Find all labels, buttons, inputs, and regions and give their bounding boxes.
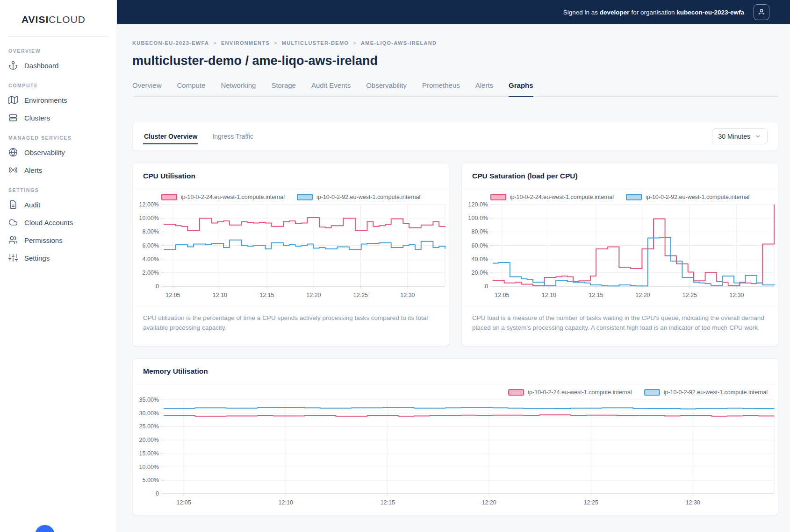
sidebar-item-alerts[interactable]: Alerts [0, 161, 116, 179]
svg-text:10.00%: 10.00% [139, 463, 159, 470]
svg-text:12:30: 12:30 [729, 292, 744, 298]
svg-text:12:05: 12:05 [165, 292, 180, 298]
legend-swatch [297, 194, 313, 200]
tab-prometheus[interactable]: Prometheus [422, 81, 460, 96]
main-area: Signed in as developer for organisation … [117, 0, 790, 532]
legend-label: ip-10-0-2-92.eu-west-1.compute.internal [316, 194, 420, 200]
graphs-toolbar: Cluster Overview Ingress Traffic 30 Minu… [132, 122, 778, 151]
sidebar-item-observability[interactable]: Observability [0, 143, 116, 161]
breadcrumb-cluster[interactable]: AME-LIQO-AWS-IRELAND [361, 40, 437, 46]
legend-swatch [161, 194, 177, 200]
subtab-cluster-overview[interactable]: Cluster Overview [143, 123, 198, 150]
broadcast-icon [8, 165, 18, 175]
tab-networking[interactable]: Networking [221, 81, 256, 96]
chart-legend: ip-10-0-2-24.eu-west-1.compute.internali… [133, 384, 778, 397]
cloud-icon [8, 218, 18, 227]
svg-text:25.00%: 25.00% [139, 423, 159, 430]
svg-text:12:05: 12:05 [176, 499, 191, 506]
svg-text:20.00%: 20.00% [139, 437, 159, 443]
content: KUBECON-EU-2023-EWFA> ENVIRONMENTS> MULT… [117, 24, 790, 532]
svg-text:8.00%: 8.00% [143, 228, 159, 235]
svg-text:12:15: 12:15 [259, 292, 274, 298]
sidebar-item-label: Settings [24, 254, 50, 262]
sidebar-item-label: Dashboard [24, 62, 58, 70]
svg-text:0: 0 [485, 283, 488, 290]
svg-text:0: 0 [156, 283, 159, 290]
breadcrumb-environment[interactable]: MULTICLUSTER-DEMO [282, 40, 349, 46]
breadcrumb-separator: > [353, 40, 357, 46]
breadcrumb-org[interactable]: KUBECON-EU-2023-EWFA [132, 40, 209, 46]
breadcrumb-environments[interactable]: ENVIRONMENTS [221, 40, 270, 46]
user-menu-button[interactable] [754, 4, 769, 20]
tab-compute[interactable]: Compute [177, 81, 206, 96]
chart-legend: ip-10-0-2-24.eu-west-1.compute.internali… [133, 189, 449, 201]
svg-text:5.00%: 5.00% [143, 477, 159, 483]
sidebar-item-label: Permissions [24, 236, 63, 244]
sliders-icon [8, 253, 18, 262]
map-icon [8, 95, 18, 105]
time-range-value: 30 Minutes [718, 133, 750, 140]
legend-item: ip-10-0-2-92.eu-west-1.compute.internal [297, 194, 420, 200]
tab-graphs[interactable]: Graphs [509, 81, 533, 97]
legend-label: ip-10-0-2-24.eu-west-1.compute.internal [181, 194, 285, 200]
svg-text:40.0%: 40.0% [472, 256, 488, 262]
sidebar-item-settings[interactable]: Settings [0, 249, 116, 267]
tab-audit-events[interactable]: Audit Events [311, 81, 351, 96]
sidebar: AVISICLOUD OVERVIEW Dashboard COMPUTE En… [0, 0, 117, 532]
topbar: Signed in as developer for organisation … [117, 0, 790, 24]
svg-text:12:20: 12:20 [306, 292, 321, 298]
svg-text:12:25: 12:25 [584, 499, 598, 506]
svg-text:120.0%: 120.0% [468, 201, 488, 208]
legend-label: ip-10-0-2-24.eu-west-1.compute.internal [528, 389, 632, 396]
logo-text-light: CLOUD [49, 14, 86, 25]
tab-overview[interactable]: Overview [132, 81, 162, 96]
legend-swatch [644, 389, 660, 396]
svg-text:35.00%: 35.00% [139, 397, 159, 403]
sidebar-section-compute: COMPUTE [0, 74, 116, 91]
svg-text:12:10: 12:10 [213, 292, 227, 298]
signed-in-user: developer [600, 9, 630, 16]
chat-widget-button[interactable] [35, 525, 55, 532]
sidebar-item-dashboard[interactable]: Dashboard [0, 57, 116, 74]
svg-text:60.0%: 60.0% [472, 242, 488, 249]
chart-legend: ip-10-0-2-24.eu-west-1.compute.internali… [462, 189, 778, 201]
sidebar-item-clusters[interactable]: Clusters [0, 109, 116, 127]
sidebar-item-audit[interactable]: Audit [0, 196, 116, 213]
anchor-icon [8, 61, 18, 70]
sidebar-item-label: Alerts [24, 166, 42, 174]
subtab-ingress-traffic[interactable]: Ingress Traffic [211, 123, 254, 150]
server-stack-icon [8, 113, 18, 122]
sidebar-divider [7, 36, 109, 37]
svg-text:12:20: 12:20 [635, 292, 650, 298]
avisi-cloud-logo: AVISICLOUD [0, 0, 116, 36]
sidebar-item-cloud-accounts[interactable]: Cloud Accounts [0, 213, 116, 231]
sidebar-item-label: Cloud Accounts [24, 219, 73, 227]
chevron-down-icon [754, 133, 761, 140]
svg-text:12.00%: 12.00% [139, 201, 159, 208]
chart-title: Memory Utilisation [133, 359, 778, 384]
legend-item: ip-10-0-2-24.eu-west-1.compute.internal [490, 194, 614, 200]
tab-alerts[interactable]: Alerts [475, 81, 493, 96]
legend-label: ip-10-0-2-24.eu-west-1.compute.internal [510, 194, 614, 200]
organisation-prefix: for organisation [631, 9, 675, 16]
cpu-saturation-card: CPU Saturation (load per CPU) ip-10-0-2-… [461, 163, 778, 346]
sidebar-item-environments[interactable]: Environments [0, 91, 116, 109]
tab-storage[interactable]: Storage [271, 81, 296, 96]
user-icon [758, 8, 765, 16]
page-title: multicluster-demo / ame-liqo-aws-ireland [132, 54, 778, 68]
organisation-name: kubecon-eu-2023-ewfa [676, 9, 744, 16]
svg-text:12:10: 12:10 [279, 499, 293, 506]
legend-item: ip-10-0-2-24.eu-west-1.compute.internal [508, 389, 632, 396]
sidebar-item-permissions[interactable]: Permissions [0, 231, 116, 249]
logo-text-bold: AVISI [22, 14, 49, 25]
chart-plot: 12.00%10.00%8.00%6.00%4.00%2.00%012:0512… [133, 201, 449, 301]
legend-item: ip-10-0-2-92.eu-west-1.compute.internal [644, 389, 768, 396]
card-bottom-padding [133, 509, 778, 515]
memory-utilisation-card: Memory Utilisation ip-10-0-2-24.eu-west-… [132, 358, 778, 516]
sidebar-section-overview: OVERVIEW [0, 40, 116, 57]
sidebar-section-settings: SETTINGS [0, 179, 116, 196]
legend-item: ip-10-0-2-24.eu-west-1.compute.internal [161, 194, 285, 200]
chart-plot: 35.00%30.00%25.00%20.00%15.00%10.00%5.00… [133, 397, 778, 509]
tab-observability[interactable]: Observability [366, 81, 407, 96]
time-range-dropdown[interactable]: 30 Minutes [712, 128, 768, 144]
